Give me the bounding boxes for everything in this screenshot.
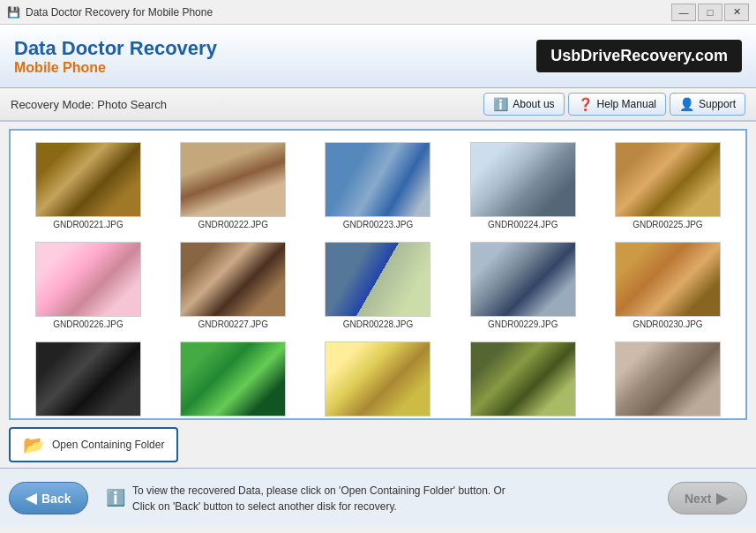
photo-label-231: GNDR00231.JPG (53, 419, 123, 420)
next-arrow-icon: ▶ (716, 490, 727, 507)
toolbar-buttons: ℹ️ About us ❓ Help Manual 👤 Support (483, 93, 745, 116)
photo-thumb-224 (470, 142, 576, 217)
photo-item-233[interactable]: GNDR00233.JPG (307, 337, 448, 420)
photo-thumb-230 (615, 242, 721, 317)
help-manual-label: Help Manual (597, 98, 656, 110)
back-button[interactable]: ◀ Back (9, 482, 88, 514)
photo-thumb-225 (615, 142, 721, 217)
maximize-button[interactable]: □ (698, 4, 722, 21)
back-arrow-icon: ◀ (26, 490, 36, 507)
open-folder-area: 📂 Open Containing Folder (9, 427, 747, 462)
bottom-area: ◀ Back ℹ️ To view the recovered Data, pl… (0, 468, 756, 528)
photo-item-235[interactable]: GNDR00235.JPG (597, 337, 738, 420)
photo-item-232[interactable]: GNDR00232.JPG (162, 337, 303, 420)
photo-label-235: GNDR00235.JPG (632, 419, 702, 420)
photo-thumb-231 (35, 342, 141, 417)
window-title: Data Doctor Recovery for Mobile Phone (26, 6, 213, 19)
photo-thumb-227 (180, 242, 286, 317)
photo-thumb-222 (180, 142, 286, 217)
photo-item-227[interactable]: GNDR00227.JPG (162, 237, 303, 334)
photo-label-222: GNDR00222.JPG (198, 220, 268, 229)
photo-label-232: GNDR00232.JPG (198, 419, 268, 420)
photo-thumb-234 (470, 342, 576, 417)
minimize-button[interactable]: — (671, 4, 696, 21)
photo-label-227: GNDR00227.JPG (198, 319, 268, 329)
photo-label-229: GNDR00229.JPG (488, 319, 558, 329)
info-line2: Click on 'Back' button to select another… (132, 499, 505, 514)
close-button[interactable]: ✕ (724, 4, 749, 21)
photo-grid: GNDR00221.JPG GNDR00222.JPG GNDR00223.JP… (11, 131, 745, 420)
photo-thumb-228 (325, 242, 430, 317)
photo-label-225: GNDR00225.JPG (632, 220, 702, 229)
titlebar-controls: — □ ✕ (671, 4, 749, 21)
titlebar-left: 💾 Data Doctor Recovery for Mobile Phone (7, 6, 213, 19)
titlebar: 💾 Data Doctor Recovery for Mobile Phone … (0, 0, 756, 25)
photo-item-230[interactable]: GNDR00230.JPG (597, 237, 738, 334)
info-line1: To view the recovered Data, please click… (132, 483, 505, 499)
photo-item-229[interactable]: GNDR00229.JPG (453, 237, 594, 334)
photo-item-224[interactable]: GNDR00224.JPG (453, 138, 594, 234)
toolbar: Recovery Mode: Photo Search ℹ️ About us … (0, 88, 756, 122)
support-label: Support (699, 98, 736, 110)
photo-item-226[interactable]: GNDR00226.JPG (18, 237, 159, 334)
photo-label-226: GNDR00226.JPG (53, 319, 123, 329)
photo-item-234[interactable]: GNDR00234.JPG (453, 337, 594, 420)
photo-thumb-223 (325, 142, 430, 217)
recovery-mode-label: Recovery Mode: Photo Search (11, 98, 167, 111)
info-circle-icon: ℹ️ (106, 486, 125, 510)
photo-item-222[interactable]: GNDR00222.JPG (162, 138, 303, 234)
photo-thumb-226 (35, 242, 141, 317)
photo-label-233: GNDR00233.JPG (343, 419, 413, 420)
photo-item-221[interactable]: GNDR00221.JPG (18, 138, 159, 234)
folder-icon: 📂 (23, 434, 45, 455)
next-button[interactable]: Next ▶ (668, 482, 747, 514)
app-header: Data Doctor Recovery Mobile Phone UsbDri… (0, 25, 756, 88)
photo-thumb-229 (470, 242, 576, 317)
content-area[interactable]: GNDR00221.JPG GNDR00222.JPG GNDR00223.JP… (9, 129, 747, 420)
app-title-block: Data Doctor Recovery Mobile Phone (14, 37, 217, 76)
about-us-button[interactable]: ℹ️ About us (483, 93, 564, 116)
photo-item-223[interactable]: GNDR00223.JPG (307, 138, 448, 234)
help-manual-button[interactable]: ❓ Help Manual (568, 93, 666, 116)
info-message: To view the recovered Data, please click… (132, 483, 505, 514)
support-button[interactable]: 👤 Support (670, 93, 745, 116)
about-us-label: About us (513, 98, 554, 110)
brand-badge: UsbDriveRecovery.com (536, 40, 742, 72)
open-folder-label: Open Containing Folder (52, 439, 164, 451)
photo-item-225[interactable]: GNDR00225.JPG (597, 138, 738, 234)
photo-label-223: GNDR00223.JPG (343, 220, 413, 229)
open-containing-folder-button[interactable]: 📂 Open Containing Folder (9, 427, 178, 462)
help-icon: ❓ (578, 97, 593, 111)
photo-thumb-235 (615, 342, 721, 417)
photo-label-221: GNDR00221.JPG (53, 220, 123, 229)
info-text: ℹ️ To view the recovered Data, please cl… (88, 483, 668, 514)
photo-label-234: GNDR00234.JPG (488, 419, 558, 420)
app-icon: 💾 (7, 6, 20, 19)
photo-label-230: GNDR00230.JPG (632, 319, 702, 329)
photo-item-231[interactable]: GNDR00231.JPG (18, 337, 159, 420)
photo-label-224: GNDR00224.JPG (488, 220, 558, 229)
info-icon: ℹ️ (493, 97, 508, 111)
app-title: Data Doctor Recovery (14, 37, 217, 60)
photo-label-228: GNDR00228.JPG (343, 319, 413, 329)
app-subtitle: Mobile Phone (14, 60, 217, 76)
photo-thumb-221 (35, 142, 141, 217)
photo-thumb-233 (325, 342, 430, 417)
support-icon: 👤 (679, 97, 694, 111)
photo-item-228[interactable]: GNDR00228.JPG (307, 237, 448, 334)
back-label: Back (41, 492, 71, 506)
photo-thumb-232 (180, 342, 286, 417)
next-label: Next (685, 492, 711, 506)
